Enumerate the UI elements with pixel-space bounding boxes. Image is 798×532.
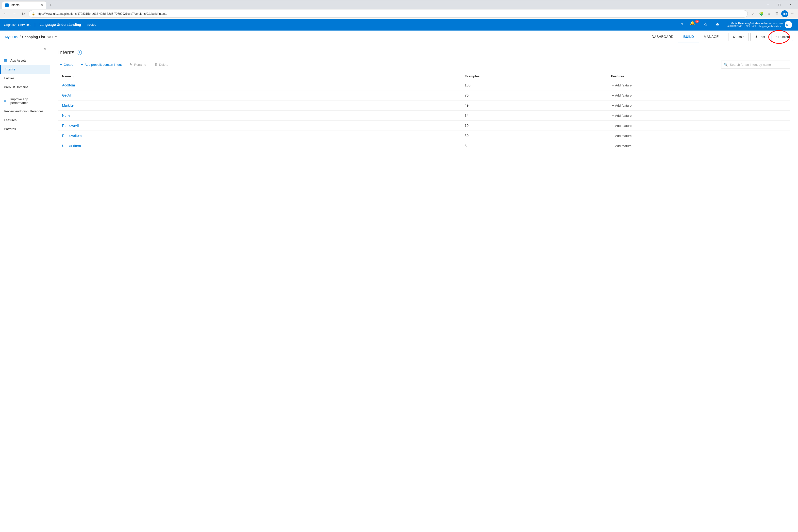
intent-link[interactable]: None: [62, 114, 70, 117]
sidebar-collapse-btn[interactable]: «: [43, 45, 47, 52]
add-feature-button[interactable]: + Add feature: [611, 113, 786, 118]
plus-icon: +: [612, 124, 614, 128]
favorites-button[interactable]: ☆: [765, 10, 773, 17]
publish-icon: ↑: [775, 35, 777, 39]
tab-title: Intents: [11, 3, 39, 7]
rename-button[interactable]: ✎ Rename: [128, 61, 148, 68]
test-icon: ⚗: [755, 35, 758, 39]
plus-icon: +: [612, 103, 614, 108]
add-feature-label: Add feature: [615, 83, 631, 87]
breadcrumb-version: v0.1: [48, 35, 53, 39]
tab-build[interactable]: BUILD: [678, 31, 699, 43]
close-button[interactable]: ×: [785, 1, 796, 8]
sidebar-toggle-area: «: [0, 43, 50, 54]
intent-link[interactable]: RemoveAll: [62, 124, 79, 128]
intent-link[interactable]: AddItem: [62, 83, 75, 87]
user-info: Malte.Reimann@studentambassadors.com AUT…: [727, 22, 783, 27]
tab-close-btn[interactable]: ×: [41, 3, 43, 7]
add-feature-label: Add feature: [615, 124, 631, 128]
lock-icon: 🔒: [32, 12, 35, 16]
browser-tab[interactable]: I Intents ×: [2, 1, 46, 8]
extensions-button[interactable]: 🧩: [758, 10, 764, 17]
intent-features-cell: + Add feature: [607, 141, 790, 151]
sidebar-item-features[interactable]: Features: [0, 115, 50, 125]
plus-icon: +: [612, 83, 614, 87]
browser-user-avatar[interactable]: MR: [781, 10, 788, 17]
user-section[interactable]: Malte.Reimann@studentambassadors.com AUT…: [725, 20, 794, 29]
sidebar-item-review[interactable]: Review endpoint utterances: [0, 107, 50, 115]
sidebar-item-improve[interactable]: ≡ Improve app performance: [0, 95, 50, 107]
breadcrumb-dropdown-btn[interactable]: ▾: [55, 35, 57, 39]
test-button[interactable]: ⚗ Test: [750, 33, 769, 41]
delete-icon: 🗑: [154, 62, 158, 66]
browser-menu-button[interactable]: ⋯: [789, 10, 796, 17]
intent-examples-cell: 34: [461, 111, 607, 121]
page-help-icon[interactable]: ?: [77, 50, 82, 55]
add-feature-button[interactable]: + Add feature: [611, 93, 786, 98]
toolbar: + Create + Add prebuilt domain intent ✎ …: [58, 61, 790, 69]
create-button[interactable]: + Create: [58, 61, 75, 68]
maximize-button[interactable]: □: [774, 1, 785, 8]
train-button[interactable]: ⚙ Train: [728, 33, 748, 41]
intent-link[interactable]: UnmarkItem: [62, 144, 81, 148]
sidebar-item-intents[interactable]: Intents: [0, 65, 50, 74]
search-box[interactable]: 🔍: [721, 61, 790, 69]
train-icon: ⚙: [733, 35, 736, 39]
publish-button[interactable]: ↑ Publish: [771, 33, 793, 41]
intent-name-cell: MarkItem: [58, 100, 461, 111]
intent-examples-cell: 49: [461, 100, 607, 111]
notification-button[interactable]: 🔔 5: [690, 21, 698, 28]
emoji-button[interactable]: ☺: [702, 21, 709, 28]
user-resource: AUTHORING RESOURCE: shopping-list-bot-lu…: [727, 25, 783, 27]
sidebar-item-patterns[interactable]: Patterns: [0, 125, 50, 133]
table-row: RemoveItem 50 + Add feature: [58, 131, 790, 141]
delete-button[interactable]: 🗑 Delete: [152, 61, 170, 68]
user-avatar[interactable]: MR: [785, 21, 792, 28]
address-bar[interactable]: 🔒 https://www.luis.ai/applications/17283…: [28, 10, 748, 18]
intent-link[interactable]: RemoveItem: [62, 134, 81, 138]
minimize-button[interactable]: ─: [762, 1, 773, 8]
add-feature-button[interactable]: + Add feature: [611, 83, 786, 88]
add-feature-label: Add feature: [615, 114, 631, 117]
sidebar-item-entities[interactable]: Entities: [0, 74, 50, 82]
settings-button[interactable]: ⚙: [714, 21, 721, 28]
add-domain-button[interactable]: + Add prebuilt domain intent: [79, 61, 124, 68]
add-domain-label: Add prebuilt domain intent: [84, 63, 122, 66]
refresh-button[interactable]: ↻: [20, 10, 26, 17]
prebuilt-domains-label: Prebuilt Domains: [4, 85, 28, 89]
sidebar-item-app-assets[interactable]: ▦ App Assets: [0, 56, 50, 65]
add-feature-button[interactable]: + Add feature: [611, 123, 786, 128]
intent-examples-cell: 8: [461, 141, 607, 151]
col-features: Features: [607, 72, 790, 80]
intent-name-cell: RemoveAll: [58, 121, 461, 131]
intent-features-cell: + Add feature: [607, 100, 790, 111]
features-label: Features: [4, 118, 17, 122]
sidebar-improve-section: ≡ Improve app performance Review endpoin…: [0, 93, 50, 135]
collections-button[interactable]: ☰: [773, 10, 780, 17]
breadcrumb-my-luis[interactable]: My LUIS: [5, 35, 18, 39]
help-button[interactable]: ?: [678, 21, 686, 28]
intent-features-cell: + Add feature: [607, 90, 790, 100]
add-feature-button[interactable]: + Add feature: [611, 103, 786, 108]
search-input[interactable]: [730, 63, 787, 66]
action-buttons: ⚙ Train ⚗ Test ↑ Publish: [728, 33, 793, 41]
breadcrumb: My LUIS / Shopping List v0.1 ▾: [5, 35, 57, 39]
zoom-button[interactable]: ⌕: [750, 10, 757, 17]
rename-label: Rename: [134, 63, 146, 66]
forward-button[interactable]: →: [11, 10, 18, 17]
add-feature-button[interactable]: + Add feature: [611, 133, 786, 138]
add-feature-button[interactable]: + Add feature: [611, 143, 786, 148]
app-assets-icon: ▦: [4, 58, 8, 62]
intent-link[interactable]: MarkItem: [62, 103, 76, 108]
intent-name-cell: AddItem: [58, 80, 461, 90]
back-button[interactable]: ←: [2, 10, 9, 17]
plus-icon: +: [612, 144, 614, 148]
tab-dashboard[interactable]: DASHBOARD: [647, 31, 679, 43]
new-tab-button[interactable]: +: [47, 2, 54, 8]
delete-label: Delete: [159, 63, 169, 66]
tab-manage[interactable]: MANAGE: [699, 31, 724, 43]
sidebar-item-prebuilt-domains[interactable]: Prebuilt Domains: [0, 82, 50, 91]
intent-link[interactable]: GetAll: [62, 93, 72, 97]
intent-features-cell: + Add feature: [607, 80, 790, 90]
breadcrumb-bar: My LUIS / Shopping List v0.1 ▾ DASHBOARD…: [0, 31, 798, 43]
